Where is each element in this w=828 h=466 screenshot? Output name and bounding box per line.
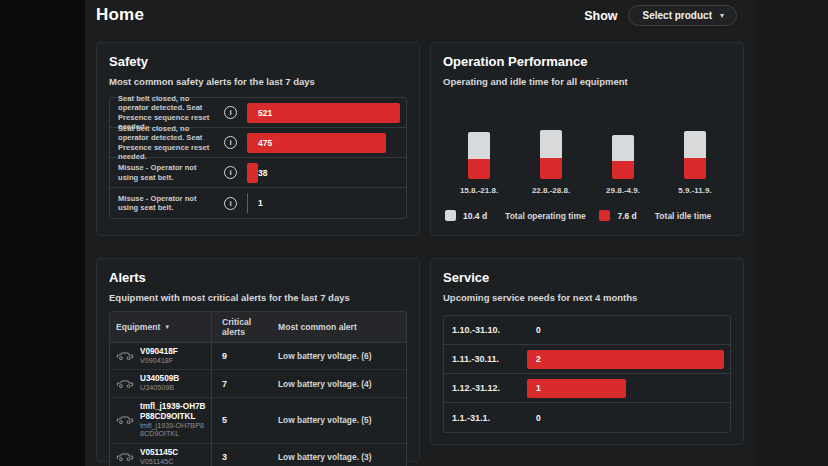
idle-time-segment <box>540 158 562 179</box>
operating-time-segment <box>684 131 706 158</box>
operation-panel-title: Operation Performance <box>431 43 743 69</box>
operating-time-swatch-icon <box>445 210 456 221</box>
info-icon[interactable]: i <box>224 166 237 179</box>
safety-alert-row[interactable]: Misuse - Operator not using seat belt. i… <box>110 188 406 218</box>
top-bar: Home Show Select product ▾ <box>85 0 755 34</box>
service-row[interactable]: 1.11.-30.11. 2 <box>444 345 730 374</box>
chart-bars <box>443 127 731 179</box>
equipment-icon <box>116 347 134 365</box>
critical-alert-count: 7 <box>222 379 227 389</box>
dashboard-content: Home Show Select product ▾ Safety Most c… <box>85 0 755 466</box>
safety-panel-subtitle: Most common safety alerts for the last 7… <box>97 69 419 87</box>
safety-bar <box>247 163 258 183</box>
legend-label: Total operating time <box>505 211 586 221</box>
alerts-table-header: Equipment ▾ Critical alerts Most common … <box>110 312 406 343</box>
safety-alert-row[interactable]: Seat belt closed, no operator detected. … <box>110 128 406 158</box>
safety-bar-value: 38 <box>258 168 267 178</box>
safety-bar-track: 1 <box>247 193 400 213</box>
service-row[interactable]: 1.10.-31.10. 0 <box>444 316 730 345</box>
service-bar-track: 0 <box>527 408 724 427</box>
alerts-panel: Alerts Equipment with most critical aler… <box>96 258 420 462</box>
most-common-alert-text: Low battery voltage. (4) <box>278 379 372 389</box>
safety-alert-row[interactable]: Misuse - Operator not using seat belt. i… <box>110 158 406 188</box>
safety-bar-track: 521 <box>247 103 400 123</box>
alerts-panel-subtitle: Equipment with most critical alerts for … <box>97 285 419 303</box>
idle-time-segment <box>684 158 706 179</box>
service-count: 1 <box>536 383 541 393</box>
info-icon[interactable]: i <box>224 197 237 210</box>
safety-bar-value: 1 <box>258 198 263 208</box>
most-common-alert-text: Low battery voltage. (3) <box>278 452 372 462</box>
service-range-label: 1.11.-30.11. <box>452 354 527 364</box>
most-common-alert-column-header[interactable]: Most common alert <box>272 312 406 342</box>
service-range-label: 1.12.-31.12. <box>452 383 527 393</box>
service-list: 1.10.-31.10. 0 1.11.-30.11. 2 1.12.-31.1… <box>443 315 731 433</box>
operating-time-segment <box>612 135 634 161</box>
product-select-dropdown[interactable]: Select product ▾ <box>628 5 737 26</box>
service-count: 0 <box>536 325 541 335</box>
legend-item-idle[interactable]: 7.6 d Total idle time <box>599 210 711 221</box>
equipment-column-header[interactable]: Equipment ▾ <box>110 312 212 342</box>
chart-bar-week1[interactable] <box>468 132 490 179</box>
operation-stacked-bar-chart: 15.8.-21.8. 22.8.-28.8. 29.8.-4.9. 5.9.-… <box>443 127 731 221</box>
critical-alert-count: 5 <box>222 415 227 425</box>
legend-item-operating[interactable]: 10.4 d Total operating time <box>445 210 599 221</box>
page-title: Home <box>96 5 144 25</box>
equipment-sub-id: V051145C <box>140 458 178 466</box>
legend-label: Total idle time <box>655 211 712 221</box>
table-row[interactable]: V090418F V090418F 9 Low battery voltage.… <box>110 343 406 370</box>
column-header-label: Most common alert <box>278 322 357 332</box>
safety-alert-list: Seat belt closed, no operator detected. … <box>109 97 407 219</box>
safety-bar-track: 475 <box>247 133 400 153</box>
service-count: 2 <box>536 354 541 364</box>
service-bar <box>527 379 626 398</box>
equipment-id: tmfl_j1939-OH7BP88CD9OITKL <box>140 402 207 422</box>
equipment-icon <box>116 411 134 429</box>
column-header-label: Critical alerts <box>222 317 268 337</box>
safety-bar-track: 38 <box>247 163 400 183</box>
chart-x-axis-labels: 15.8.-21.8. 22.8.-28.8. 29.8.-4.9. 5.9.-… <box>443 186 731 195</box>
critical-alerts-column-header[interactable]: Critical alerts <box>212 312 272 342</box>
chart-bar-week4[interactable] <box>684 131 706 179</box>
idle-time-segment <box>468 159 490 179</box>
operating-time-segment <box>540 130 562 158</box>
dashboard-app: Home Show Select product ▾ Safety Most c… <box>0 0 828 466</box>
service-bar-track: 1 <box>527 379 724 398</box>
most-common-alert-text: Low battery voltage. (5) <box>278 415 372 425</box>
table-row[interactable]: V051145C V051145C 3 Low battery voltage.… <box>110 444 406 466</box>
critical-alert-count: 9 <box>222 351 227 361</box>
legend-value: 7.6 d <box>617 211 636 221</box>
sort-descending-icon: ▾ <box>165 323 169 331</box>
legend-value: 10.4 d <box>463 211 487 221</box>
chart-bar-week3[interactable] <box>612 135 634 179</box>
equipment-sub-id: tmfl_j1939-OH7BP88CD9OITKL <box>140 422 207 439</box>
service-panel-title: Service <box>431 259 743 285</box>
operation-performance-panel: Operation Performance Operating and idle… <box>430 42 744 236</box>
safety-bar <box>247 193 248 213</box>
service-bar-track: 0 <box>527 321 724 340</box>
x-tick-label: 22.8.-28.8. <box>516 186 586 195</box>
service-row[interactable]: 1.12.-31.12. 1 <box>444 374 730 403</box>
table-row[interactable]: U340509B U340509B 7 Low battery voltage.… <box>110 370 406 397</box>
table-row[interactable]: tmfl_j1939-OH7BP88CD9OITKL tmfl_j1939-OH… <box>110 398 406 444</box>
chart-bar-week2[interactable] <box>540 130 562 179</box>
x-tick-label: 15.8.-21.8. <box>444 186 514 195</box>
product-select-value: Select product <box>643 10 712 21</box>
x-tick-label: 5.9.-11.9. <box>660 186 730 195</box>
idle-time-swatch-icon <box>599 210 610 221</box>
service-row[interactable]: 1.1.-31.1. 0 <box>444 403 730 432</box>
service-range-label: 1.1.-31.1. <box>452 413 527 423</box>
service-bar-track: 2 <box>527 350 724 369</box>
operation-panel-subtitle: Operating and idle time for all equipmen… <box>431 69 743 87</box>
equipment-icon <box>116 448 134 466</box>
column-header-label: Equipment <box>116 322 160 332</box>
chevron-down-icon: ▾ <box>720 12 724 20</box>
service-bar <box>527 350 724 369</box>
chart-legend: 10.4 d Total operating time 7.6 d Total … <box>443 210 731 221</box>
safety-alert-label: Seat belt closed, no operator detected. … <box>118 124 218 162</box>
info-icon[interactable]: i <box>224 106 237 119</box>
info-icon[interactable]: i <box>224 136 237 149</box>
safety-bar-value: 475 <box>258 138 272 148</box>
idle-time-segment <box>612 161 634 179</box>
x-tick-label: 29.8.-4.9. <box>588 186 658 195</box>
